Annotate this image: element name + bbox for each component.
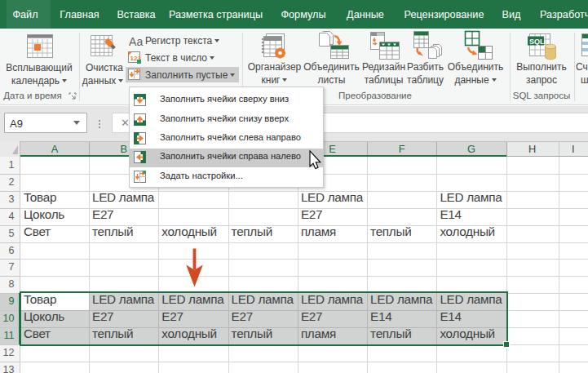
svg-text:SQL: SQL xyxy=(529,38,545,46)
